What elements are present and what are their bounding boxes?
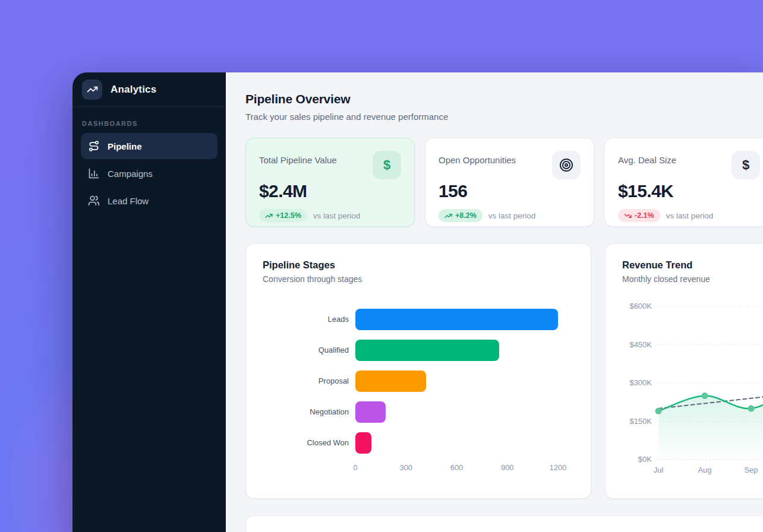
chart-subtitle: Conversion through stages <box>263 274 574 284</box>
bar-category-label: Qualified <box>263 346 355 355</box>
sidebar-section-label: DASHBOARDS <box>82 120 216 127</box>
kpi-footer: -2.1%vs last period <box>618 209 760 222</box>
trend-up-icon <box>444 212 452 220</box>
bar-segment[interactable] <box>355 309 558 330</box>
revenue-data-point[interactable] <box>748 406 755 412</box>
sidebar-item-label: Lead Flow <box>108 196 149 206</box>
bar-track <box>355 401 574 423</box>
x-axis-tick: 1200 <box>550 463 567 472</box>
kpi-delta-value: +12.5% <box>276 211 301 220</box>
bar-row-qualified: Qualified <box>263 340 574 361</box>
bar-category-label: Leads <box>263 315 355 324</box>
sidebar-item-lead-flow[interactable]: Lead Flow <box>81 188 217 214</box>
sidebar-item-label: Pipeline <box>108 141 142 151</box>
x-axis-tick: Sep <box>744 466 758 474</box>
charts-row: Pipeline Stages Conversion through stage… <box>245 243 763 499</box>
kpi-compare-label: vs last period <box>313 211 361 220</box>
kpi-delta-value: -2.1% <box>635 211 654 220</box>
kpi-compare-label: vs last period <box>666 211 714 220</box>
route-icon <box>88 140 100 152</box>
kpi-label: Avg. Deal Size <box>618 155 676 165</box>
kpi-delta-value: +8.2% <box>455 211 477 220</box>
y-axis-tick: $150K <box>629 417 652 426</box>
kpi-card-total-pipeline-value[interactable]: Total Pipeline Value$$2.4M+12.5%vs last … <box>245 138 415 227</box>
bar-track <box>355 432 574 454</box>
revenue-trend-card: Revenue Trend Monthly closed revenue $60… <box>605 243 763 499</box>
chart-subtitle: Monthly closed revenue <box>622 274 763 284</box>
y-axis-tick: $450K <box>629 340 652 349</box>
bar-row-negotiation: Negotiation <box>263 401 574 423</box>
revenue-data-point[interactable] <box>655 408 662 414</box>
trend-up-icon <box>265 212 273 220</box>
sidebar-item-label: Campaigns <box>108 169 153 179</box>
bar-row-closed-won: Closed Won <box>263 432 574 454</box>
kpi-label: Open Opportunities <box>439 155 516 165</box>
kpi-compare-label: vs last period <box>488 211 536 220</box>
sidebar: Analytics DASHBOARDS PipelineCampaignsLe… <box>72 72 226 532</box>
analytics-logo-icon <box>82 80 102 100</box>
bar-track <box>355 370 574 392</box>
sidebar-item-pipeline[interactable]: Pipeline <box>81 133 217 159</box>
kpi-footer: +8.2%vs last period <box>439 209 581 222</box>
kpi-delta-badge: -2.1% <box>618 209 660 222</box>
bottom-card-partial <box>245 515 763 532</box>
kpi-footer: +12.5%vs last period <box>259 209 401 222</box>
bar-chart-x-axis: 03006009001200 <box>355 463 574 474</box>
y-axis-tick: $0K <box>638 455 652 464</box>
sidebar-nav-list: PipelineCampaignsLead Flow <box>81 133 217 214</box>
kpi-value: $2.4M <box>259 181 401 201</box>
page-subtitle: Track your sales pipeline and revenue pe… <box>245 112 763 122</box>
bar-segment[interactable] <box>355 340 499 361</box>
pipeline-stages-card: Pipeline Stages Conversion through stage… <box>245 243 591 499</box>
bar-segment[interactable] <box>355 370 426 392</box>
y-axis-tick: $300K <box>629 378 652 387</box>
y-axis-tick: $600K <box>629 302 652 311</box>
kpi-row: Total Pipeline Value$$2.4M+12.5%vs last … <box>245 138 763 227</box>
chart-title: Revenue Trend <box>622 259 763 271</box>
bar-track <box>355 309 574 330</box>
app-window: Analytics DASHBOARDS PipelineCampaignsLe… <box>72 72 763 532</box>
brand-title: Analytics <box>111 84 156 96</box>
kpi-card-top: Total Pipeline Value$ <box>259 151 401 179</box>
bar-row-proposal: Proposal <box>263 370 574 392</box>
x-axis-tick: 0 <box>353 463 357 472</box>
dollar-icon: $ <box>373 151 401 179</box>
trend-down-icon <box>624 212 632 220</box>
kpi-value: 156 <box>439 181 581 201</box>
x-axis-tick: Aug <box>698 466 711 474</box>
kpi-delta-badge: +12.5% <box>259 209 307 222</box>
bar-segment[interactable] <box>355 432 371 454</box>
sidebar-item-campaigns[interactable]: Campaigns <box>81 160 217 186</box>
kpi-delta-badge: +8.2% <box>439 209 483 222</box>
x-axis-tick: 300 <box>399 463 412 472</box>
main-content: Pipeline Overview Track your sales pipel… <box>226 72 763 532</box>
chart-title: Pipeline Stages <box>263 259 574 271</box>
page-title: Pipeline Overview <box>245 92 763 106</box>
revenue-data-point[interactable] <box>702 392 708 399</box>
bar-segment[interactable] <box>355 401 386 423</box>
pipeline-stages-bar-chart: LeadsQualifiedProposalNegotiationClosed … <box>263 309 574 454</box>
revenue-trend-line-chart: $600K$450K$300K$150K$0KJulAugSep <box>622 287 763 479</box>
desktop-background: { "sidebar": { "brand": "Analytics", "se… <box>0 0 763 532</box>
kpi-card-avg-deal-size[interactable]: Avg. Deal Size$$15.4K-2.1%vs last period <box>604 138 763 227</box>
bar-category-label: Closed Won <box>263 438 355 448</box>
kpi-label: Total Pipeline Value <box>259 155 337 165</box>
sidebar-nav: DASHBOARDS PipelineCampaignsLead Flow <box>72 107 226 224</box>
bar-row-leads: Leads <box>263 309 574 330</box>
dollar-icon: $ <box>732 151 760 179</box>
kpi-card-open-opportunities[interactable]: Open Opportunities156+8.2%vs last period <box>425 138 594 227</box>
bar-track <box>355 340 574 361</box>
sidebar-header: Analytics <box>72 72 226 107</box>
x-axis-tick: Jul <box>654 466 664 474</box>
kpi-card-top: Open Opportunities <box>439 151 581 179</box>
kpi-card-top: Avg. Deal Size$ <box>618 151 760 179</box>
x-axis-tick: 900 <box>501 463 514 472</box>
bar-category-label: Proposal <box>263 376 355 386</box>
target-icon <box>552 151 581 179</box>
bar-chart-icon <box>88 167 100 179</box>
users-icon <box>88 195 100 207</box>
kpi-value: $15.4K <box>618 181 760 201</box>
x-axis-tick: 600 <box>450 463 464 472</box>
bar-category-label: Negotiation <box>263 407 355 417</box>
